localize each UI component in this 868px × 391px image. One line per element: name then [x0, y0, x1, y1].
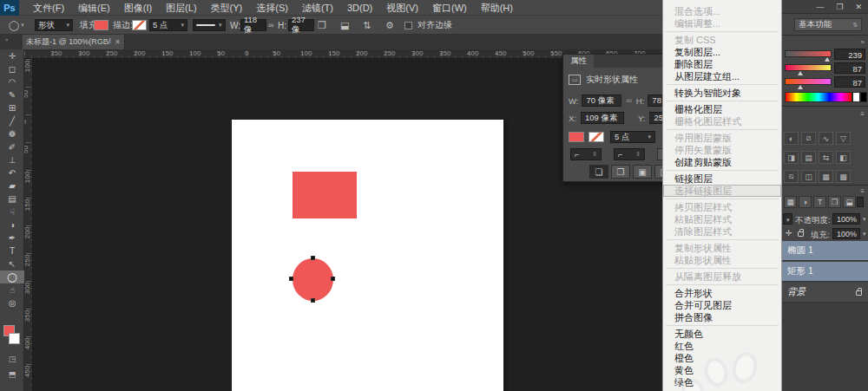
fill-color-swatch[interactable]	[94, 20, 108, 30]
type-tool[interactable]: T	[0, 244, 24, 257]
path-alignment-icon[interactable]: ⬓	[340, 20, 349, 31]
minimize-button[interactable]: —	[816, 3, 824, 11]
ellipse-tool-icon[interactable]: ◯	[9, 20, 19, 31]
color-spectrum-ramp[interactable]	[785, 92, 852, 102]
green-slider-marker[interactable]	[798, 71, 803, 75]
green-slider[interactable]	[785, 64, 832, 71]
rectangle-shape[interactable]	[293, 172, 357, 218]
context-menu-item[interactable]: 粘贴图层样式	[663, 213, 781, 225]
context-menu-item[interactable]: 转换为智能对象	[663, 87, 781, 99]
context-menu-item[interactable]: 绿色	[663, 376, 781, 388]
tab-close-icon[interactable]: ✕	[115, 38, 121, 46]
layer-filter-icon[interactable]: ▦	[784, 196, 797, 208]
context-menu-item[interactable]: 复制 CSS	[663, 34, 781, 46]
prop-fill-swatch[interactable]	[569, 132, 584, 142]
opacity-input[interactable]: 100%	[832, 213, 860, 225]
artboard[interactable]	[232, 120, 503, 391]
context-menu-item[interactable]: 创建剪贴蒙版	[663, 156, 781, 168]
context-menu-item[interactable]: 复制形状属性	[663, 242, 781, 254]
menubar-item[interactable]: 帮助(H)	[474, 0, 520, 16]
adjustment-icon[interactable]: ◐	[784, 132, 799, 145]
adjustments-panel-menu-icon[interactable]: ≡	[860, 110, 865, 118]
clone-stamp-tool[interactable]: ⊥	[0, 153, 24, 166]
context-menu-item[interactable]: 无颜色	[663, 328, 781, 340]
layer-filter-icon[interactable]: T	[813, 196, 826, 208]
blue-value[interactable]: 87	[834, 76, 865, 88]
prop-link-icon[interactable]: ∞	[626, 96, 631, 105]
context-menu-item[interactable]: 选择链接图层	[663, 185, 781, 197]
green-value[interactable]: 87	[834, 62, 865, 74]
align-edges-checkbox[interactable]	[404, 22, 412, 29]
adjustment-icon[interactable]: ▩	[836, 170, 851, 183]
adjustment-icon[interactable]: ⧅	[784, 170, 799, 183]
blue-slider-marker[interactable]	[798, 85, 803, 89]
tool-mode-select[interactable]: 形状▾	[35, 19, 73, 31]
menubar-item[interactable]: 文件(F)	[26, 0, 71, 16]
context-menu-item[interactable]: 从隔离图层释放	[663, 270, 781, 283]
zoom-tool[interactable]: ◎	[0, 297, 24, 310]
adjustment-icon[interactable]: ◫	[801, 170, 816, 183]
history-brush-tool[interactable]: ↶	[0, 166, 24, 179]
context-menu-item[interactable]: 粘贴形状属性	[663, 254, 781, 266]
properties-tab[interactable]: 属性	[563, 55, 594, 68]
eyedropper-tool[interactable]: ╱	[0, 114, 24, 127]
lock-all-icon[interactable]	[798, 231, 804, 237]
collapse-dock-icon[interactable]: »	[861, 38, 865, 46]
adjustment-icon[interactable]: ▤	[801, 151, 816, 164]
document-tab[interactable]: 未标题-1 @ 100%(RGB/8) * ✕	[23, 35, 125, 49]
menubar-item[interactable]: 类型(Y)	[204, 0, 250, 16]
corner-radius-input-2[interactable]: ⌐⇕	[614, 148, 645, 160]
red-slider-marker[interactable]	[825, 57, 830, 62]
context-menu-item[interactable]: 复制图层...	[663, 46, 781, 58]
vertical-ruler[interactable]: 10050050100150200250300350400450	[24, 59, 33, 391]
context-menu-item[interactable]: 清除图层样式	[663, 225, 781, 238]
adjustment-icon[interactable]: ∿	[819, 132, 833, 145]
adjustment-icon[interactable]: ⧄	[801, 132, 816, 145]
fill-dropdown-icon[interactable]: ▾	[863, 231, 866, 238]
prop-x-input[interactable]: 109 像素	[581, 112, 624, 124]
pen-tool[interactable]: ✒	[0, 231, 24, 244]
link-dimensions-icon[interactable]: ∞	[268, 21, 273, 29]
blend-mode-select[interactable]: ▾	[783, 213, 792, 225]
adjustment-icon[interactable]: ◨	[784, 151, 799, 164]
menubar-item[interactable]: 视图(V)	[379, 0, 425, 16]
move-tool[interactable]: ✛	[0, 49, 24, 62]
context-menu-item[interactable]: 橙色	[663, 352, 781, 364]
path-operations-icon[interactable]: ❒	[318, 20, 326, 31]
corner-radius-input-1[interactable]: ⌐⇕	[570, 148, 602, 160]
ellipse-shape[interactable]	[293, 258, 333, 301]
menubar-item[interactable]: 编辑(E)	[71, 0, 117, 16]
marquee-tool[interactable]: ◻	[0, 62, 24, 75]
spectrum-white-swatch[interactable]	[852, 92, 860, 102]
path-operation-button[interactable]: ▣	[633, 165, 652, 179]
restore-button[interactable]: ❐	[836, 3, 843, 11]
ellipse-anchor-right[interactable]	[331, 277, 335, 281]
lock-position-icon[interactable]: ✛	[786, 229, 792, 238]
prop-stroke-swatch[interactable]	[589, 132, 604, 142]
context-menu-item[interactable]: 拼合图像	[663, 311, 781, 323]
screen-mode-icon[interactable]: ⬒	[0, 370, 24, 379]
path-operation-button[interactable]: ❐	[611, 165, 630, 179]
menubar-item[interactable]: 窗口(W)	[425, 0, 474, 16]
prop-width-input[interactable]: 70 像素	[582, 94, 621, 107]
path-operation-button[interactable]: ❏	[589, 165, 608, 179]
context-menu-item[interactable]: 停用矢量蒙版	[663, 144, 781, 156]
context-menu-item[interactable]: 红色	[663, 340, 781, 352]
layer-filter-icon[interactable]: ◑	[799, 196, 812, 208]
layer-row[interactable]: 背景	[782, 283, 868, 303]
layer-row[interactable]: 椭圆 1	[782, 241, 868, 261]
filter-toggle[interactable]	[857, 197, 864, 207]
ellipse-anchor-bottom[interactable]	[311, 298, 315, 303]
adjustment-icon[interactable]: ⇆	[819, 151, 833, 164]
spectrum-black-swatch[interactable]	[860, 92, 867, 102]
adjustment-icon[interactable]: ▦	[819, 170, 833, 183]
adjustment-icon[interactable]: ▽	[836, 132, 851, 145]
context-menu-item[interactable]: 黄色	[663, 364, 781, 376]
context-menu-item[interactable]: 链接图层	[663, 173, 781, 185]
prop-stroke-width-input[interactable]: 5 点▾	[610, 131, 655, 143]
shape-height-input[interactable]: 237 像	[288, 19, 314, 31]
brush-tool[interactable]: ✐	[0, 140, 24, 153]
healing-brush-tool[interactable]: ❁	[0, 127, 24, 140]
ellipse-anchor-left[interactable]	[289, 277, 293, 281]
path-selection-tool[interactable]: ↖	[0, 257, 24, 270]
